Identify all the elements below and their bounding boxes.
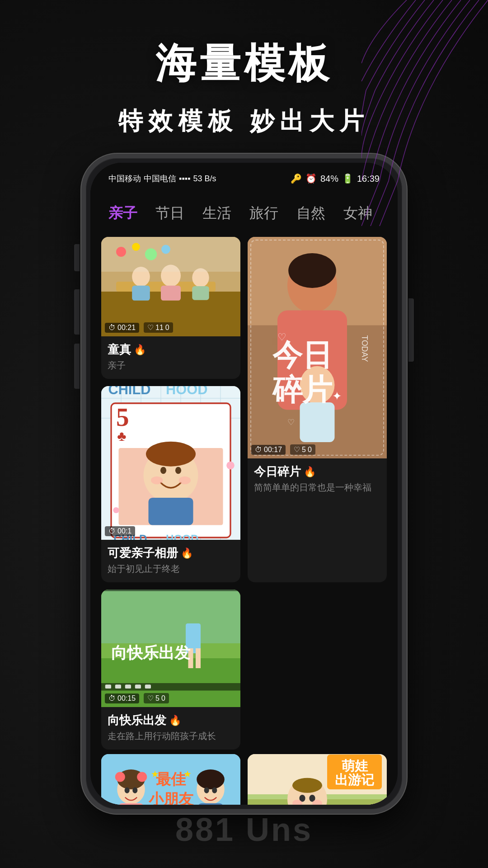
card4-subtitle: 走在路上用行动陪孩子成长 (108, 730, 234, 742)
svg-text:出游记: 出游记 (335, 773, 375, 787)
svg-text:✦: ✦ (332, 389, 342, 403)
svg-text:★: ★ (183, 769, 192, 779)
svg-text:碎片: 碎片 (272, 373, 333, 406)
svg-text:今日: 今日 (272, 339, 332, 372)
category-ziran[interactable]: 自然 (296, 203, 325, 223)
svg-rect-8 (192, 286, 209, 300)
svg-rect-4 (132, 286, 150, 301)
card3-title: 可爱亲子相册 🔥 (108, 545, 234, 561)
svg-rect-20 (300, 402, 335, 442)
svg-text:TODAY: TODAY (360, 335, 369, 362)
battery-icon: 🔋 (342, 173, 353, 184)
classroom-image (101, 237, 240, 336)
svg-point-83 (197, 769, 225, 789)
phone-screen: 中国移动 中国电信 ▪▪▪▪ 53 B/s 🔑 ⏰ 84% 🔋 16:39 亲子… (90, 163, 398, 805)
card-jinsui-image: 今日 碎片 TODAY ✦ ♡ ♡ (248, 237, 387, 458)
card-tongzhen-image: ⏱ 00:21 ♡ 11 0 (101, 237, 240, 336)
carrier1: 中国移动 (108, 173, 141, 184)
svg-text:HOOD: HOOD (166, 386, 207, 397)
svg-rect-48 (149, 498, 193, 525)
card1-badge: ⏱ 00:21 ♡ 11 0 (105, 322, 173, 333)
card1-title: 童真 🔥 (108, 342, 234, 358)
status-bar: 中国移动 中国电信 ▪▪▪▪ 53 B/s 🔑 ⏰ 84% 🔋 16:39 (90, 163, 398, 194)
svg-point-10 (116, 247, 126, 257)
card-happy-image: 向快乐出发 ⏱ 00:15 ♡ 5 0 (101, 590, 240, 707)
card-tongzhen[interactable]: ⏱ 00:21 ♡ 11 0 童真 🔥 亲子 (101, 237, 240, 379)
svg-text:♡: ♡ (277, 331, 286, 343)
svg-rect-70 (135, 684, 141, 689)
card2-badge: ⏱ 00:17 ♡ 5 0 (251, 444, 315, 455)
childhood-bg: CHILD HOOD 5 ♣ (101, 386, 240, 540)
card2-likes: ♡ 5 0 (290, 444, 315, 455)
svg-point-77 (115, 772, 125, 782)
card4-duration: ⏱ 00:15 (105, 693, 139, 703)
green-field-bg: 向快乐出发 (101, 590, 240, 707)
svg-point-46 (179, 476, 191, 485)
card1-duration: ⏱ 00:21 (105, 323, 139, 333)
card1-likes: ♡ 11 0 (144, 322, 173, 333)
volume-up-button (74, 244, 80, 271)
svg-rect-6 (161, 286, 181, 301)
svg-point-47 (146, 442, 196, 467)
svg-text:♡: ♡ (287, 418, 295, 427)
category-jieri[interactable]: 节日 (155, 203, 184, 223)
side-button-left (74, 344, 80, 389)
status-carriers: 中国移动 中国电信 ▪▪▪▪ 53 B/s (108, 173, 216, 184)
svg-rect-67 (105, 684, 111, 689)
fire-icon-3: 🔥 (181, 547, 193, 559)
phone-device: 中国移动 中国电信 ▪▪▪▪ 53 B/s 🔑 ⏰ 84% 🔋 16:39 亲子… (81, 154, 407, 814)
card1-subtitle: 亲子 (108, 359, 234, 372)
card-jinsui[interactable]: 今日 碎片 TODAY ✦ ♡ ♡ (248, 237, 387, 582)
category-shenghuo[interactable]: 生活 (202, 203, 231, 223)
svg-point-13 (161, 245, 170, 254)
wifi-speed: 53 B/s (193, 174, 216, 184)
main-title: 海量模板 (0, 36, 488, 91)
card4-title: 向快乐出发 🔥 (108, 712, 234, 728)
svg-text:CHILD: CHILD (108, 386, 150, 397)
bottom-uns-area: 881 Uns (0, 791, 488, 868)
svg-point-45 (151, 476, 163, 485)
category-nav: 亲子 节日 生活 旅行 自然 女神 (90, 194, 398, 232)
fire-icon-4: 🔥 (169, 715, 181, 726)
svg-text:5: 5 (116, 403, 129, 431)
svg-text:最佳: 最佳 (156, 771, 186, 788)
fire-icon: 🔥 (134, 344, 146, 356)
card-childhood-image: CHILD HOOD 5 ♣ (101, 386, 240, 540)
card-happy[interactable]: 向快乐出发 ⏱ 00:15 ♡ 5 0 向快乐出发 🔥 走 (101, 590, 240, 750)
svg-text:萌娃: 萌娃 (342, 759, 368, 773)
card3-duration: ⏱ 00:1 (105, 526, 135, 536)
svg-point-11 (132, 243, 140, 251)
svg-rect-58 (196, 648, 201, 668)
svg-point-94 (292, 778, 322, 793)
svg-point-44 (175, 467, 181, 474)
carrier2: 中国电信 (144, 173, 176, 184)
power-button (408, 298, 414, 362)
card2-duration: ⏱ 00:17 (251, 445, 286, 455)
svg-rect-69 (125, 684, 131, 689)
svg-rect-55 (101, 590, 240, 643)
svg-point-78 (137, 772, 147, 782)
svg-point-52 (113, 507, 119, 513)
svg-rect-66 (101, 683, 240, 691)
svg-point-12 (145, 248, 157, 260)
svg-text:向快乐出发: 向快乐出发 (111, 644, 190, 661)
father-child-image: 今日 碎片 TODAY ✦ ♡ ♡ (248, 237, 387, 458)
card-childhood[interactable]: CHILD HOOD 5 ♣ (101, 386, 240, 582)
category-lvxing[interactable]: 旅行 (249, 203, 278, 223)
fire-icon-2: 🔥 (304, 466, 316, 478)
signal-bars: ▪▪▪▪ (179, 174, 191, 184)
card3-info: 可爱亲子相册 🔥 始于初见止于终老 (101, 540, 240, 582)
svg-point-43 (160, 467, 166, 474)
svg-text:★: ★ (151, 769, 159, 779)
card1-info: 童真 🔥 亲子 (101, 336, 240, 379)
card2-info: 今日碎片 🔥 简简单单的日常也是一种幸福 (248, 458, 387, 501)
volume-down-button (74, 289, 80, 335)
phone-frame: 中国移动 中国电信 ▪▪▪▪ 53 B/s 🔑 ⏰ 84% 🔋 16:39 亲子… (81, 154, 407, 814)
svg-text:HOOD: HOOD (166, 533, 199, 540)
svg-rect-59 (101, 590, 240, 591)
battery-level: 84% (320, 174, 338, 184)
svg-rect-68 (115, 684, 121, 689)
category-qinzi[interactable]: 亲子 (108, 203, 137, 223)
header-area: 海量模板 特效模板 妙出大片 (0, 36, 488, 138)
sub-title: 特效模板 妙出大片 (0, 105, 488, 138)
